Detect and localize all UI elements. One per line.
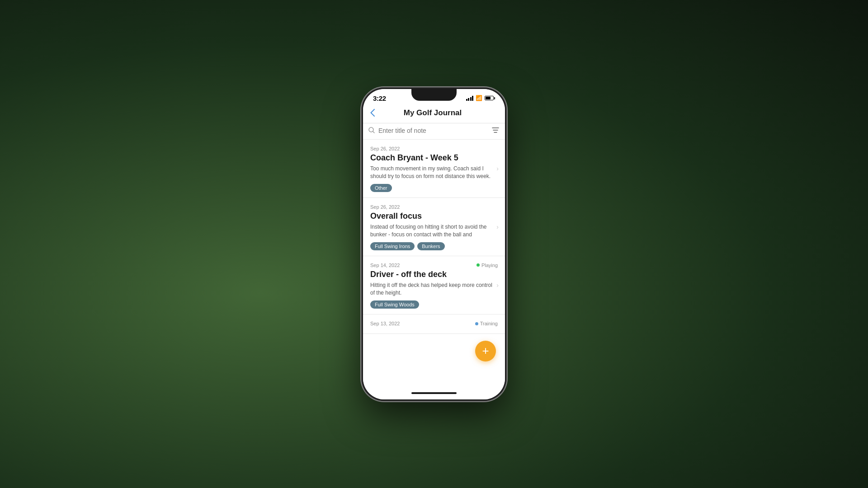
note-3-status: Playing <box>476 263 498 268</box>
plus-icon: + <box>482 345 489 357</box>
chevron-right-icon-3: › <box>496 282 499 289</box>
search-input[interactable] <box>378 127 488 134</box>
home-bar <box>411 392 457 394</box>
note-1-tags: Other <box>370 184 498 192</box>
note-3-title: Driver - off the deck <box>370 270 498 280</box>
notes-list: Sep 26, 2022 Coach Bryant - Week 5 Too m… <box>363 140 505 389</box>
add-note-button[interactable]: + <box>475 341 496 361</box>
svg-line-1 <box>373 131 374 133</box>
tag-full-swing-irons: Full Swing Irons <box>370 242 415 250</box>
note-4-status-label: Training <box>480 321 498 326</box>
note-card-4[interactable]: Sep 13, 2022 Training <box>363 314 505 334</box>
playing-status-dot <box>476 263 480 267</box>
phone-screen: 3:22 📶 My Golf Jour <box>363 89 505 399</box>
tag-other: Other <box>370 184 392 192</box>
note-card-3[interactable]: Sep 14, 2022 Playing Driver - off the de… <box>363 256 505 314</box>
note-3-date: Sep 14, 2022 <box>370 263 400 268</box>
note-1-title: Coach Bryant - Week 5 <box>370 153 498 163</box>
chevron-right-icon-1: › <box>496 165 499 172</box>
wifi-icon: 📶 <box>476 95 482 101</box>
page-title: My Golf Journal <box>378 108 487 117</box>
note-1-meta: Sep 26, 2022 <box>370 146 498 151</box>
tag-full-swing-woods: Full Swing Woods <box>370 300 419 309</box>
note-1-date: Sep 26, 2022 <box>370 146 400 151</box>
note-3-tags: Full Swing Woods <box>370 300 498 309</box>
search-bar <box>363 123 505 140</box>
note-3-status-label: Playing <box>481 263 498 268</box>
status-icons: 📶 <box>466 95 495 101</box>
note-4-meta: Sep 13, 2022 Training <box>370 321 498 326</box>
back-button[interactable] <box>370 109 375 117</box>
note-2-title: Overall focus <box>370 211 498 221</box>
search-icon <box>368 127 375 135</box>
note-3-meta: Sep 14, 2022 Playing <box>370 263 498 268</box>
training-status-dot <box>475 322 478 325</box>
battery-icon <box>485 96 495 100</box>
note-2-meta: Sep 26, 2022 <box>370 204 498 210</box>
note-2-preview: Instead of focusing on hitting it short … <box>370 223 498 239</box>
notch <box>411 89 457 101</box>
note-4-date: Sep 13, 2022 <box>370 321 400 326</box>
note-4-status: Training <box>475 321 498 326</box>
signal-icon <box>466 96 474 101</box>
filter-icon[interactable] <box>491 127 500 135</box>
note-card-2[interactable]: Sep 26, 2022 Overall focus Instead of fo… <box>363 198 505 256</box>
note-2-tags: Full Swing Irons Bunkers <box>370 242 498 250</box>
phone-shell: 3:22 📶 My Golf Jour <box>362 88 506 401</box>
tag-bunkers: Bunkers <box>417 242 444 250</box>
note-2-date: Sep 26, 2022 <box>370 204 400 210</box>
note-3-preview: Hitting it off the deck has helped keep … <box>370 282 498 297</box>
status-time: 3:22 <box>373 94 386 102</box>
home-indicator <box>363 389 505 399</box>
status-bar: 3:22 📶 <box>363 89 505 105</box>
nav-header: My Golf Journal <box>363 105 505 123</box>
chevron-right-icon-2: › <box>496 223 499 230</box>
note-1-preview: Too much movement in my swing. Coach sai… <box>370 165 498 180</box>
note-card-1[interactable]: Sep 26, 2022 Coach Bryant - Week 5 Too m… <box>363 140 505 198</box>
